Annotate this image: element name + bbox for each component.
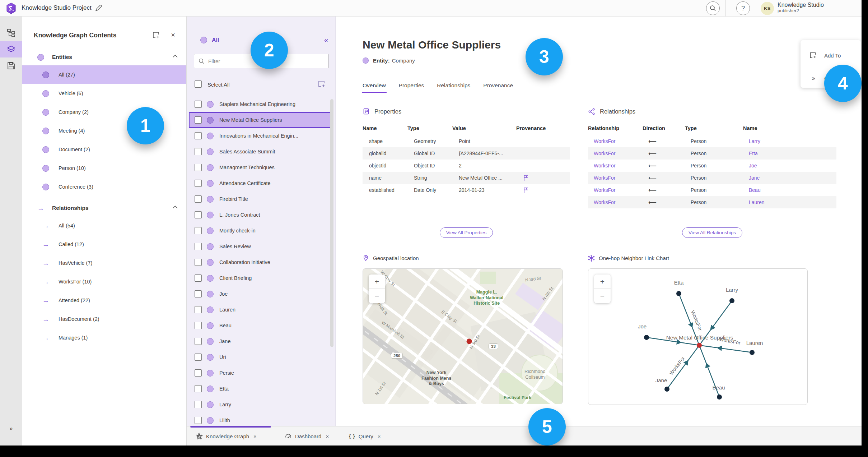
zoom-out-button[interactable]: −: [594, 289, 611, 303]
list-item-sales-associate-summit[interactable]: Sales Associate Summit: [187, 144, 335, 160]
list-item-lauren[interactable]: Lauren: [187, 302, 335, 318]
item-checkbox[interactable]: [195, 195, 202, 203]
center-graph-node[interactable]: [697, 343, 702, 348]
add-to-menu-item[interactable]: Add To: [801, 48, 861, 63]
sidebar-item-all-54-[interactable]: →All (54): [22, 216, 186, 235]
sidebar-item-hasdocument-2-[interactable]: →HasDocument (2): [22, 310, 186, 328]
collapse-panel-icon[interactable]: «: [324, 36, 328, 44]
relationship-link[interactable]: WorksFor: [594, 187, 648, 193]
item-checkbox[interactable]: [195, 369, 202, 377]
graph-node[interactable]: [750, 350, 755, 355]
save-icon[interactable]: [0, 57, 22, 74]
item-checkbox[interactable]: [195, 385, 202, 392]
list-item-staplers-mechanical-engineering[interactable]: Staplers Mechanical Engineering: [187, 96, 335, 112]
item-checkbox[interactable]: [195, 243, 202, 250]
graph-node[interactable]: [644, 335, 649, 340]
user-info[interactable]: Knowledge Studio publisher2: [778, 2, 824, 14]
select-all-checkbox[interactable]: [195, 80, 202, 88]
layers-icon[interactable]: [0, 41, 22, 57]
item-checkbox[interactable]: [195, 322, 202, 329]
list-item-new-metal-office-suppliers[interactable]: New Metal Office Suppliers: [189, 112, 332, 128]
sidebar-item-conference-3-[interactable]: Conference (3): [22, 177, 186, 196]
sidebar-item-manages-1-[interactable]: →Manages (1): [22, 328, 186, 347]
graph-node[interactable]: [664, 387, 669, 392]
item-checkbox[interactable]: [195, 164, 202, 171]
list-item-joe[interactable]: Joe: [187, 286, 335, 302]
tab-relationships[interactable]: Relationships: [437, 82, 470, 93]
hierarchy-icon[interactable]: [0, 24, 22, 41]
zoom-in-button[interactable]: +: [594, 274, 611, 289]
item-checkbox[interactable]: [195, 290, 202, 297]
list-item-attendance-certificate[interactable]: Attendance Certificate: [187, 175, 335, 191]
edit-title-icon[interactable]: [94, 4, 103, 13]
help-button[interactable]: ?: [736, 1, 750, 15]
tab-overview[interactable]: Overview: [363, 82, 386, 93]
list-item-etta[interactable]: Etta: [187, 381, 335, 397]
section-header-relationships[interactable]: →Relationships: [22, 200, 186, 216]
zoom-in-button[interactable]: +: [369, 274, 385, 289]
item-checkbox[interactable]: [195, 401, 202, 408]
relationship-link[interactable]: WorksFor: [594, 138, 648, 144]
list-scrollbar[interactable]: [330, 99, 333, 347]
item-checkbox[interactable]: [195, 354, 202, 361]
close-tab-icon[interactable]: ×: [378, 433, 381, 439]
item-checkbox[interactable]: [195, 148, 202, 155]
view-tab-query[interactable]: { }Query×: [349, 426, 381, 446]
add-to-map-icon[interactable]: [317, 80, 326, 88]
view-tab-dashboard[interactable]: Dashboard×: [285, 426, 329, 446]
relationship-link[interactable]: WorksFor: [594, 151, 648, 156]
item-checkbox[interactable]: [195, 274, 202, 282]
graph-node[interactable]: [729, 298, 734, 303]
sidebar-item-all-27-[interactable]: All (27): [22, 65, 186, 84]
view-all-properties-button[interactable]: View All Properties: [440, 227, 493, 238]
item-checkbox[interactable]: [195, 211, 202, 218]
item-checkbox[interactable]: [195, 101, 202, 108]
list-item-innovations-in-mechanical-engin-[interactable]: Innovations in Mechanical Engin...: [187, 128, 335, 144]
related-entity-link[interactable]: Etta: [749, 151, 836, 156]
item-checkbox[interactable]: [195, 306, 202, 313]
section-header-entities[interactable]: Entities: [22, 49, 186, 65]
sidebar-item-called-12-[interactable]: →Called (12): [22, 235, 186, 254]
relationship-link[interactable]: WorksFor: [594, 163, 648, 169]
related-entity-link[interactable]: Beau: [749, 187, 836, 193]
related-entity-link[interactable]: Lauren: [749, 199, 836, 205]
relationship-link[interactable]: WorksFor: [594, 199, 648, 205]
chevron-up-icon[interactable]: [173, 55, 178, 58]
view-tab-knowledge-graph[interactable]: Knowledge Graph×: [196, 426, 257, 446]
list-item-persie[interactable]: Persie: [187, 365, 335, 381]
sidebar-item-person-10-[interactable]: Person (10): [22, 159, 186, 177]
expand-strip-icon[interactable]: »: [0, 425, 22, 432]
zoom-out-button[interactable]: −: [369, 289, 385, 303]
close-tab-icon[interactable]: ×: [326, 433, 329, 439]
graph-node[interactable]: [676, 291, 681, 296]
list-item-client-briefing[interactable]: Client Briefing: [187, 270, 335, 286]
list-item-l-jones-contract[interactable]: L. Jones Contract: [187, 207, 335, 223]
close-tab-icon[interactable]: ×: [253, 433, 257, 439]
tab-provenance[interactable]: Provenance: [483, 82, 513, 93]
related-entity-link[interactable]: Larry: [749, 138, 836, 144]
list-item-managment-techniques[interactable]: Managment Techniques: [187, 160, 335, 175]
related-entity-link[interactable]: Joe: [749, 163, 836, 169]
user-avatar[interactable]: KS: [761, 2, 774, 15]
sidebar-item-worksfor-10-[interactable]: →WorksFor (10): [22, 272, 186, 291]
sidebar-item-attended-22-[interactable]: →Attended (22): [22, 291, 186, 310]
list-item-beau[interactable]: Beau: [187, 318, 335, 333]
geospatial-map[interactable]: + − W Clay Starshall StW Marshall StE Cl…: [363, 268, 563, 404]
list-item-montly-check-in[interactable]: Montly check-in: [187, 223, 335, 239]
sidebar-item-document-2-[interactable]: Document (2): [22, 140, 186, 159]
sidebar-item-vehicle-6-[interactable]: Vehicle (6): [22, 84, 186, 103]
list-item-larry[interactable]: Larry: [187, 397, 335, 412]
list-item-firebird-title[interactable]: Firebird Title: [187, 191, 335, 207]
item-checkbox[interactable]: [195, 417, 202, 424]
item-checkbox[interactable]: [195, 338, 202, 345]
related-entity-link[interactable]: Jane: [749, 175, 836, 181]
list-item-uri[interactable]: Uri: [187, 349, 335, 365]
provenance-flag-icon[interactable]: [523, 175, 555, 181]
chevron-up-icon[interactable]: [173, 206, 178, 209]
list-item-collaboration-initiative[interactable]: Collaboration initiative: [187, 254, 335, 270]
close-panel-icon[interactable]: ×: [168, 30, 178, 40]
item-checkbox[interactable]: [195, 132, 202, 139]
item-checkbox[interactable]: [195, 180, 202, 187]
list-item-jane[interactable]: Jane: [187, 333, 335, 349]
provenance-flag-icon[interactable]: [523, 187, 555, 194]
